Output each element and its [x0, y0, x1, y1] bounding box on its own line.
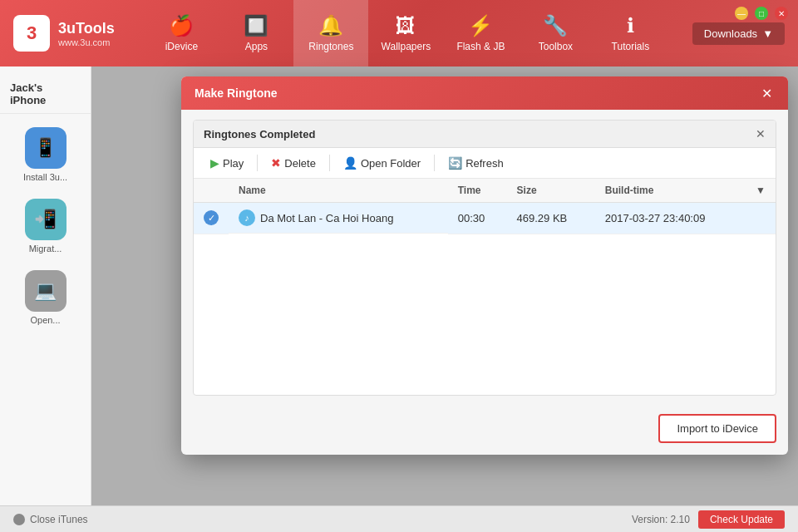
refresh-icon: 🔄 — [448, 156, 462, 170]
maximize-btn[interactable]: □ — [755, 7, 768, 20]
device-name: Jack's iPhone — [0, 75, 91, 114]
inner-dialog-title: Ringtones Completed — [204, 128, 315, 140]
app-name: 3uTools — [58, 20, 115, 37]
nav-label-toolbox: Toolbox — [539, 41, 573, 52]
refresh-button[interactable]: 🔄 Refresh — [440, 153, 512, 173]
inner-dialog-header: Ringtones Completed ✕ — [194, 121, 776, 148]
install-icon: 📱 — [25, 127, 66, 169]
col-name: Name — [229, 179, 448, 203]
play-button[interactable]: ▶ Play — [202, 153, 252, 173]
close-itunes-icon — [13, 514, 25, 525]
nav-label-tutorials: Tutorials — [612, 41, 650, 52]
sidebar-item-migrate[interactable]: 📲 Migrat... — [0, 190, 91, 262]
inner-dialog: Ringtones Completed ✕ ▶ Play ✖ Delete — [193, 120, 776, 396]
nav-right: Downloads ▼ — [679, 22, 798, 45]
version-label: Version: 2.10 — [632, 514, 690, 525]
tutorials-icon: ℹ — [627, 14, 634, 37]
ringtone-toolbar: ▶ Play ✖ Delete 👤 Open Folder — [194, 148, 776, 179]
col-time: Time — [448, 179, 507, 203]
delete-icon: ✖ — [271, 156, 281, 170]
refresh-label: Refresh — [466, 157, 504, 170]
close-itunes-area: Close iTunes — [13, 514, 88, 525]
open-label: Open... — [30, 315, 60, 325]
nav-item-wallpapers[interactable]: 🖼 Wallpapers — [368, 0, 443, 66]
table-row[interactable]: ✓ ♪ Da Mot Lan - Ca Hoi Hoang 00:30 469.… — [194, 203, 776, 234]
row-check: ✓ — [194, 203, 229, 234]
row-name: Da Mot Lan - Ca Hoi Hoang — [260, 212, 393, 224]
migrate-label: Migrat... — [29, 244, 62, 254]
downloads-button[interactable]: Downloads ▼ — [692, 22, 785, 45]
open-folder-label: Open Folder — [361, 157, 421, 170]
col-check — [194, 179, 229, 203]
dialog-close-button[interactable]: ✕ — [758, 85, 775, 101]
content-area: 🎵 ...t Audio ⚙ ...t Update Make Ringtone… — [91, 66, 798, 505]
delete-button[interactable]: ✖ Delete — [263, 153, 324, 173]
logo-area: 3 3uTools www.3u.com — [0, 15, 133, 52]
open-folder-button[interactable]: 👤 Open Folder — [335, 153, 429, 173]
window-controls: — □ ✕ — [735, 7, 788, 20]
bottom-bar: Close iTunes Version: 2.10 Check Update — [0, 505, 798, 532]
open-icon: 💻 — [25, 270, 66, 312]
top-nav: — □ ✕ 3 3uTools www.3u.com 🍎 iDevice 🔲 A… — [0, 0, 798, 66]
nav-item-apps[interactable]: 🔲 Apps — [219, 0, 293, 66]
dialog-footer: Import to iDevice — [181, 406, 788, 455]
delete-label: Delete — [284, 157, 316, 170]
nav-item-tutorials[interactable]: ℹ Tutorials — [593, 0, 667, 66]
play-icon: ▶ — [210, 156, 219, 170]
col-size: Size — [507, 179, 595, 203]
toolbox-icon: 🔧 — [543, 14, 568, 37]
app-url: www.3u.com — [58, 37, 115, 47]
apps-icon: 🔲 — [244, 14, 268, 37]
toolbar-sep-3 — [434, 155, 435, 171]
main-area: Jack's iPhone 📱 Install 3u... 📲 Migrat..… — [0, 66, 798, 505]
ringtones-icon: 🔔 — [318, 14, 343, 37]
nav-label-wallpapers: Wallpapers — [382, 41, 431, 52]
nav-item-flash-jb[interactable]: ⚡ Flash & JB — [443, 0, 518, 66]
row-time: 00:30 — [448, 203, 507, 234]
sidebar-item-install[interactable]: 📱 Install 3u... — [0, 119, 91, 190]
minimize-btn[interactable]: — — [735, 7, 748, 20]
nav-item-idevice[interactable]: 🍎 iDevice — [144, 0, 219, 66]
nav-item-ringtones[interactable]: 🔔 Ringtones — [293, 0, 368, 66]
wallpapers-icon: 🖼 — [396, 14, 416, 37]
install-label: Install 3u... — [23, 172, 67, 182]
logo-text: 3uTools www.3u.com — [58, 20, 115, 47]
close-itunes-label: Close iTunes — [30, 514, 88, 525]
sidebar-item-open[interactable]: 💻 Open... — [0, 262, 91, 333]
toolbar-sep-2 — [329, 155, 330, 171]
ringtone-table-container: Name Time Size Build-time ▼ — [194, 179, 776, 395]
downloads-label: Downloads — [704, 27, 757, 40]
migrate-icon: 📲 — [25, 199, 66, 240]
dialog-title: Make Ringtone — [195, 86, 278, 100]
bottom-right: Version: 2.10 Check Update — [632, 510, 785, 529]
nav-label-apps: Apps — [245, 41, 268, 52]
logo-icon: 3 — [13, 15, 50, 52]
nav-items: 🍎 iDevice 🔲 Apps 🔔 Ringtones 🖼 Wallpaper… — [133, 0, 679, 66]
music-note-icon: ♪ — [239, 209, 255, 226]
sidebar: Jack's iPhone 📱 Install 3u... 📲 Migrat..… — [0, 66, 91, 505]
import-to-idevice-button[interactable]: Import to iDevice — [658, 414, 776, 443]
nav-item-toolbox[interactable]: 🔧 Toolbox — [518, 0, 593, 66]
col-sort[interactable]: ▼ — [746, 179, 776, 203]
close-btn[interactable]: ✕ — [775, 7, 788, 20]
col-build-time: Build-time — [595, 179, 746, 203]
row-build-time: 2017-03-27 23:40:09 — [595, 203, 746, 234]
idevice-icon: 🍎 — [169, 14, 194, 37]
flash-icon: ⚡ — [468, 14, 493, 37]
inner-dialog-close-button[interactable]: ✕ — [756, 127, 766, 140]
nav-label-ringtones: Ringtones — [308, 41, 353, 52]
toolbar-sep-1 — [257, 155, 258, 171]
check-update-button[interactable]: Check Update — [698, 510, 785, 529]
row-extra — [746, 203, 776, 234]
row-name-cell: ♪ Da Mot Lan - Ca Hoi Hoang — [229, 203, 448, 234]
check-icon: ✓ — [204, 210, 219, 225]
dialog-header: Make Ringtone ✕ — [181, 76, 788, 110]
row-size: 469.29 KB — [507, 203, 595, 234]
ringtone-table: Name Time Size Build-time ▼ — [194, 179, 776, 234]
nav-label-idevice: iDevice — [165, 41, 198, 52]
make-ringtone-dialog: Make Ringtone ✕ Ringtones Completed ✕ ▶ … — [181, 76, 788, 455]
play-label: Play — [223, 157, 244, 170]
folder-icon: 👤 — [343, 156, 357, 170]
dialog-body: Ringtones Completed ✕ ▶ Play ✖ Delete — [181, 120, 788, 455]
nav-label-flash-jb: Flash & JB — [456, 41, 505, 52]
